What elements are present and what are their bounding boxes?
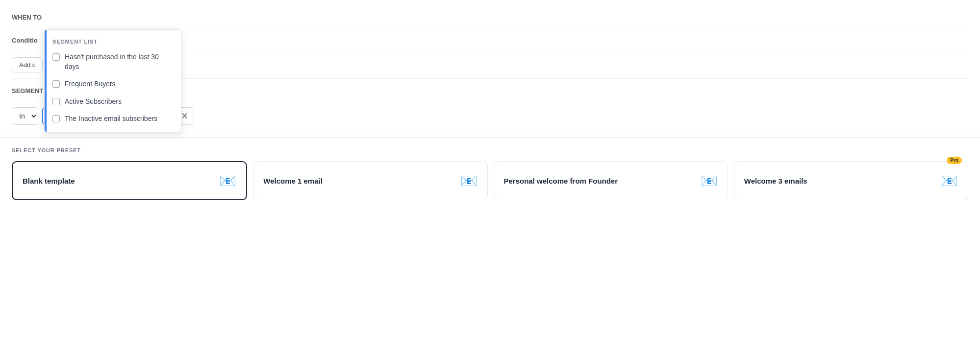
dropdown-item-frequent-buyers[interactable]: Frequent Buyers [45,75,181,93]
preset-card-personal-welcome-label: Personal welcome from Founder [504,177,618,185]
dropdown-item-label-inactive-email: The Inactive email subscribers [65,114,157,124]
checkbox-hasnt-purchased[interactable] [52,53,60,61]
preset-cards: Blank template 📧 Welcome 1 email 📧 Perso… [12,161,968,200]
add-condition-label: Add c [19,61,35,69]
dropdown-title: SEGMENT LIST [45,34,181,48]
add-condition-button[interactable]: Add c [12,57,43,72]
dropdown-item-label-hasnt-purchased: Hasn't purchased in the last 30 days [65,52,173,71]
preset-card-blank-icon: 📧 [219,173,236,189]
dropdown-item-inactive-email[interactable]: The Inactive email subscribers [45,110,181,128]
preset-title: SELECT YOUR PRESET [12,147,968,153]
preset-card-personal-welcome-icon: 📧 [701,173,718,189]
preset-card-welcome1-label: Welcome 1 email [263,177,323,185]
segment-dropdown: SEGMENT LIST Hasn't purchased in the las… [44,29,181,132]
when-to-label: WHEN TO [12,14,51,21]
page-wrapper: WHEN TO Conditio ditions any condition A… [0,0,980,354]
preset-card-blank-label: Blank template [23,177,75,185]
preset-card-welcome3-label: Welcome 3 emails [744,177,807,185]
checkbox-active-subscribers[interactable] [52,98,60,105]
preset-card-welcome3-icon: 📧 [941,173,958,189]
dropdown-item-hasnt-purchased[interactable]: Hasn't purchased in the last 30 days [45,48,181,75]
dropdown-item-active-subscribers[interactable]: Active Subscribers [45,93,181,111]
checkbox-frequent-buyers[interactable] [52,80,60,88]
dropdown-item-label-active-subscribers: Active Subscribers [65,97,122,107]
preset-card-welcome3[interactable]: Pro Welcome 3 emails 📧 [734,161,968,200]
cancel-icon: ✕ [181,111,188,121]
pro-badge: Pro [947,157,962,164]
preset-card-blank[interactable]: Blank template 📧 [12,161,247,200]
dropdown-blue-bar [45,30,47,132]
when-to-row: WHEN TO [12,6,968,29]
in-select[interactable]: In [12,107,38,125]
preset-card-welcome1-icon: 📧 [460,173,477,189]
preset-card-personal-welcome[interactable]: Personal welcome from Founder 📧 [494,161,728,200]
checkbox-inactive-email[interactable] [52,115,60,122]
dropdown-item-label-frequent-buyers: Frequent Buyers [65,79,116,89]
preset-section: SELECT YOUR PRESET Blank template 📧 Welc… [0,137,980,212]
preset-card-welcome1[interactable]: Welcome 1 email 📧 [253,161,487,200]
